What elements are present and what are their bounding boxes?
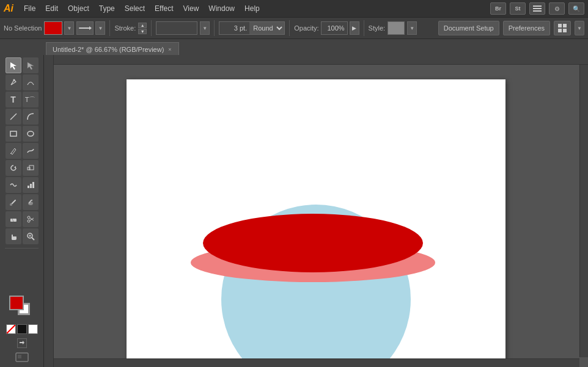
stroke-down-arrow[interactable]: ▼	[138, 29, 147, 34]
direct-select-tool[interactable]	[23, 57, 39, 73]
menu-object[interactable]: Object	[64, 2, 94, 15]
fill-swatch[interactable]	[9, 296, 24, 310]
scissors-tool[interactable]	[23, 211, 39, 227]
expand-icon[interactable]: ▼	[575, 21, 584, 35]
document-tab[interactable]: Untitled-2* @ 66.67% (RGB/Preview) ×	[46, 42, 179, 56]
menu-file[interactable]: File	[20, 2, 40, 15]
gear-icon[interactable]: ⚙	[549, 2, 565, 15]
fill-color-swatch[interactable]	[44, 21, 62, 35]
ellipse-tool[interactable]	[23, 126, 39, 142]
svg-point-26	[28, 216, 30, 219]
none-swatch[interactable]	[6, 324, 16, 334]
paintbrush-tool[interactable]	[6, 194, 21, 210]
menu-effect[interactable]: Effect	[150, 2, 177, 15]
search-icon[interactable]: 🔍	[568, 2, 584, 15]
arrange-icon[interactable]	[554, 21, 571, 35]
selection-label: No Selection	[4, 24, 42, 32]
style-swatch[interactable]	[388, 21, 405, 35]
type-tool[interactable]: T	[6, 92, 21, 107]
workspace-icon[interactable]	[529, 2, 545, 15]
ruler-left	[44, 55, 54, 367]
tool-row-3: T T⌒	[0, 92, 43, 107]
column-graph-tool[interactable]	[23, 177, 39, 193]
svg-rect-2	[533, 10, 542, 12]
document-setup-button[interactable]: Document Setup	[438, 21, 499, 35]
svg-marker-4	[89, 26, 92, 30]
rect-tool[interactable]	[6, 126, 21, 142]
tool-row-4	[0, 109, 43, 125]
arc-tool[interactable]	[23, 109, 39, 125]
svg-rect-35	[18, 355, 21, 358]
rotate-tool[interactable]	[6, 160, 21, 176]
svg-rect-8	[563, 29, 567, 32]
style-label: Style:	[369, 24, 386, 32]
blob-brush-tool[interactable]	[23, 194, 39, 210]
warp-tool[interactable]	[6, 177, 21, 193]
toolbar: No Selection ▼ ▼ Stroke: ▲ ▼ ▼ Round Mit…	[0, 17, 588, 39]
svg-line-31	[32, 238, 34, 240]
separator-2	[151, 20, 152, 36]
stock-icon[interactable]: St	[510, 2, 526, 15]
pencil-tool[interactable]	[6, 143, 21, 159]
path-type-tool[interactable]: T⌒	[23, 92, 39, 107]
opacity-input[interactable]	[321, 21, 348, 35]
separator-5	[364, 20, 364, 36]
eraser-tool[interactable]	[6, 211, 21, 227]
white-swatch[interactable]	[28, 324, 38, 334]
select-tool[interactable]	[6, 57, 21, 73]
svg-point-27	[28, 220, 30, 222]
svg-point-22	[10, 203, 12, 206]
opacity-group: Opacity: ▶	[294, 21, 359, 35]
artboard-mode-icon[interactable]	[15, 352, 29, 362]
swap-colors-icon[interactable]	[17, 338, 27, 348]
stroke-field[interactable]	[156, 21, 197, 35]
stroke-up-arrow[interactable]: ▲	[138, 23, 147, 28]
svg-rect-5	[558, 24, 562, 27]
menu-window[interactable]: Window	[204, 2, 239, 15]
scroll-bottom[interactable]	[44, 358, 579, 367]
svg-rect-13	[10, 131, 17, 136]
pen-tool[interactable]	[6, 74, 21, 90]
stroke-weight-input[interactable]	[219, 21, 249, 35]
curvature-tool[interactable]	[23, 74, 39, 90]
tool-row-6	[0, 143, 43, 159]
menu-help[interactable]: Help	[240, 2, 264, 15]
color-swatches	[0, 293, 43, 365]
toolbox-separator-1	[5, 248, 39, 249]
line-tool[interactable]	[6, 109, 21, 125]
stroke-weight-group: Round Miter Bevel	[219, 21, 285, 35]
stroke-label: Stroke:	[114, 24, 136, 32]
zoom-tool[interactable]	[23, 228, 39, 244]
toolbox: T T⌒	[0, 55, 44, 367]
separator-1	[109, 20, 110, 36]
style-dropdown[interactable]: ▼	[407, 21, 417, 35]
opacity-arrow[interactable]: ▶	[350, 21, 359, 35]
canvas-area	[44, 55, 588, 367]
app-logo: Ai	[4, 3, 13, 14]
svg-rect-0	[533, 5, 542, 7]
menu-type[interactable]: Type	[95, 2, 119, 15]
hand-tool[interactable]	[6, 228, 21, 244]
stroke-type-select[interactable]: Round Miter Bevel	[249, 21, 285, 35]
black-swatch[interactable]	[17, 324, 27, 334]
bridge-icon[interactable]: Br	[490, 2, 506, 15]
preferences-button[interactable]: Preferences	[503, 21, 550, 35]
artboard	[127, 79, 505, 360]
menu-view[interactable]: View	[179, 2, 204, 15]
menu-edit[interactable]: Edit	[41, 2, 62, 15]
fill-color-dropdown[interactable]: ▼	[64, 21, 74, 35]
svg-rect-6	[563, 24, 567, 27]
scale-tool[interactable]	[23, 160, 39, 176]
menu-select[interactable]: Select	[120, 2, 149, 15]
artwork-svg	[127, 79, 505, 360]
stroke-style-dropdown[interactable]: ▼	[95, 21, 105, 35]
tab-close-button[interactable]: ×	[167, 46, 172, 53]
stroke-field-dropdown[interactable]: ▼	[200, 21, 210, 35]
ruler-top	[54, 55, 588, 65]
svg-marker-16	[14, 166, 16, 169]
stroke-preview[interactable]	[76, 21, 94, 35]
smooth-tool[interactable]	[23, 143, 39, 159]
scroll-right[interactable]	[579, 55, 588, 357]
selection-group: No Selection	[4, 24, 42, 32]
svg-point-38	[203, 214, 423, 272]
